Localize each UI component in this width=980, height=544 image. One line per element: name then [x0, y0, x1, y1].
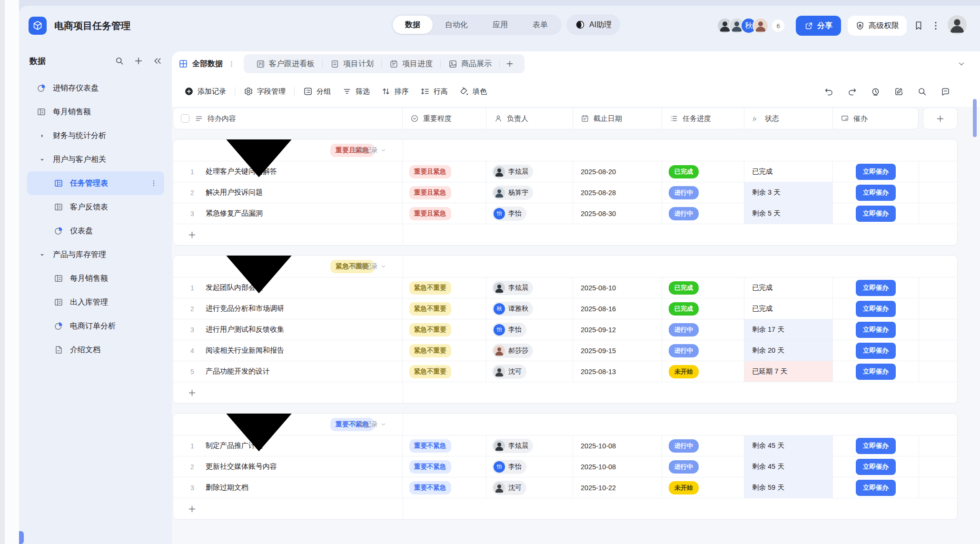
cell-due-date[interactable]: 2025-08-28 — [573, 182, 662, 203]
collaborator-count-badge[interactable]: 6 — [771, 19, 785, 33]
cell-progress[interactable]: 进行中 — [662, 203, 744, 224]
advanced-permission-button[interactable]: 高级权限 — [848, 16, 907, 36]
cell-priority[interactable]: 重要不紧急 — [403, 477, 486, 498]
add-view-button[interactable] — [505, 59, 514, 68]
share-button[interactable]: 分享 — [796, 16, 841, 36]
cell-urge[interactable]: 立即催办 — [833, 477, 919, 498]
cell-urge[interactable]: 立即催办 — [833, 182, 919, 203]
group-record-count[interactable]: 5 条记录 — [353, 262, 386, 271]
cell-status[interactable]: 已延期 7 天 — [744, 361, 833, 382]
cell-owner[interactable]: 郝莎莎 — [486, 340, 573, 361]
sidebar-item[interactable]: 仪表盘 — [27, 219, 164, 243]
cell-status[interactable]: 剩余 20 天 — [744, 340, 833, 361]
more-menu-icon[interactable] — [931, 20, 941, 31]
cell-task[interactable]: 5产品功能开发的设计 — [173, 361, 403, 382]
cell-due-date[interactable]: 2025-10-22 — [573, 477, 662, 498]
cell-status[interactable]: 剩余 45 天 — [744, 435, 833, 456]
cell-progress[interactable]: 进行中 — [662, 340, 744, 361]
cell-priority[interactable]: 紧急不重要 — [403, 361, 486, 382]
urge-button[interactable]: 立即催办 — [856, 480, 896, 496]
group-collapse-icon[interactable] — [188, 255, 330, 338]
cell-urge[interactable]: 立即催办 — [833, 456, 919, 477]
cell-status[interactable]: 已完成 — [744, 298, 833, 319]
profile-avatar[interactable] — [948, 15, 967, 36]
cell-priority[interactable]: 紧急不重要 — [403, 298, 486, 319]
cell-due-date[interactable]: 2025-08-16 — [573, 298, 662, 319]
toolbar-button-排序[interactable]: 排序 — [376, 83, 415, 100]
sidebar-folder[interactable]: 用户与客户相关 — [27, 148, 164, 171]
editform-icon[interactable] — [894, 87, 904, 97]
column-header-负责人[interactable]: 负责人 — [486, 108, 573, 129]
sidebar-item[interactable]: 任务管理表 — [27, 171, 164, 195]
view-tab-all-data[interactable]: 全部数据 — [172, 59, 240, 69]
urge-button[interactable]: 立即催办 — [856, 301, 896, 317]
sidebar-scrollbar-thumb[interactable] — [19, 531, 24, 544]
undo-icon[interactable] — [824, 87, 834, 97]
toolbar-button-行高[interactable]: 行高 — [415, 83, 454, 100]
add-record-button[interactable]: 添加记录 — [178, 83, 232, 100]
cell-priority[interactable]: 紧急不重要 — [403, 340, 486, 361]
cell-priority[interactable]: 重要且紧急 — [403, 161, 486, 182]
sidebar-item[interactable]: 每月销售额 — [27, 100, 164, 124]
cell-progress[interactable]: 未开始 — [662, 361, 744, 382]
cell-owner[interactable]: 沈可 — [486, 361, 573, 382]
ai-assistant-button[interactable]: AI助理 — [566, 14, 620, 35]
column-header-重要程度[interactable]: 重要程度 — [403, 108, 486, 129]
cell-urge[interactable]: 立即催办 — [833, 277, 919, 298]
chevron-down-icon[interactable] — [957, 59, 966, 68]
sidebar-item[interactable]: 出入库管理 — [27, 290, 164, 314]
search-icon[interactable] — [115, 56, 124, 66]
group-collapse-icon[interactable] — [188, 139, 330, 222]
group-record-count[interactable]: 3 条记录 — [353, 146, 386, 155]
cell-priority[interactable]: 重要不紧急 — [403, 435, 486, 456]
cell-priority[interactable]: 紧急不重要 — [403, 277, 486, 298]
cell-status[interactable]: 剩余 17 天 — [744, 319, 833, 340]
view-tab-商品展示[interactable]: 商品展示 — [441, 59, 499, 69]
cell-due-date[interactable]: 2025-09-15 — [573, 340, 662, 361]
cell-status[interactable]: 已完成 — [744, 277, 833, 298]
cell-due-date[interactable]: 2025-08-13 — [573, 361, 662, 382]
cell-progress[interactable]: 进行中 — [662, 435, 744, 456]
cell-priority[interactable]: 重要不紧急 — [403, 456, 486, 477]
table-row[interactable]: 5产品功能开发的设计紧急不重要沈可2025-08-13未开始已延期 7 天立即催… — [173, 361, 957, 382]
cell-due-date[interactable]: 2025-08-30 — [573, 203, 662, 224]
group-record-count[interactable]: 5 条记录 — [353, 420, 386, 429]
urge-button[interactable]: 立即催办 — [856, 343, 896, 359]
sidebar-item[interactable]: 介绍文档 — [27, 338, 164, 362]
bookmark-icon[interactable] — [913, 20, 924, 31]
urge-button[interactable]: 立即催办 — [856, 164, 896, 180]
sidebar-item[interactable]: 客户反馈表 — [27, 195, 164, 219]
cell-urge[interactable]: 立即催办 — [833, 435, 919, 456]
redo-icon[interactable] — [847, 87, 857, 97]
cell-urge[interactable]: 立即催办 — [833, 319, 919, 340]
cell-status[interactable]: 剩余 3 天 — [744, 182, 833, 203]
sidebar-item[interactable]: 每月销售额 — [27, 267, 164, 290]
cell-owner[interactable]: 沈可 — [486, 477, 573, 498]
column-header-状态[interactable]: fx状态 — [744, 108, 833, 129]
urge-button[interactable]: 立即催办 — [856, 206, 896, 222]
urge-button[interactable]: 立即催办 — [856, 185, 896, 201]
cell-owner[interactable]: 怡李怡 — [486, 319, 573, 340]
group-header[interactable]: 紧急不重要5 条记录 — [173, 256, 957, 277]
toolbar-button-填色[interactable]: 填色 — [454, 83, 493, 100]
cell-progress[interactable]: 未开始 — [662, 477, 744, 498]
cell-due-date[interactable]: 2025-09-12 — [573, 319, 662, 340]
cell-due-date[interactable]: 2025-10-08 — [573, 435, 662, 456]
select-all-checkbox[interactable] — [181, 114, 189, 123]
cell-urge[interactable]: 立即催办 — [833, 298, 919, 319]
cell-priority[interactable]: 紧急不重要 — [403, 319, 486, 340]
cell-urge[interactable]: 立即催办 — [833, 340, 919, 361]
cell-urge[interactable]: 立即催办 — [833, 161, 919, 182]
view-tab-项目计划[interactable]: 项目计划 — [323, 59, 381, 69]
item-menu-icon[interactable] — [150, 179, 158, 187]
cell-owner[interactable]: 杨算宇 — [486, 182, 573, 203]
cell-task[interactable]: 4阅读相关行业新闻和报告 — [173, 340, 403, 361]
cell-owner[interactable]: 怡李怡 — [486, 203, 573, 224]
cell-progress[interactable]: 已完成 — [662, 298, 744, 319]
mode-tab-应用[interactable]: 应用 — [480, 16, 520, 34]
add-field-button[interactable] — [923, 108, 958, 129]
comment-icon[interactable] — [940, 87, 950, 97]
mode-tab-数据[interactable]: 数据 — [393, 16, 433, 34]
cell-urge[interactable]: 立即催办 — [833, 203, 919, 224]
sidebar-folder[interactable]: 产品与库存管理 — [27, 243, 164, 267]
